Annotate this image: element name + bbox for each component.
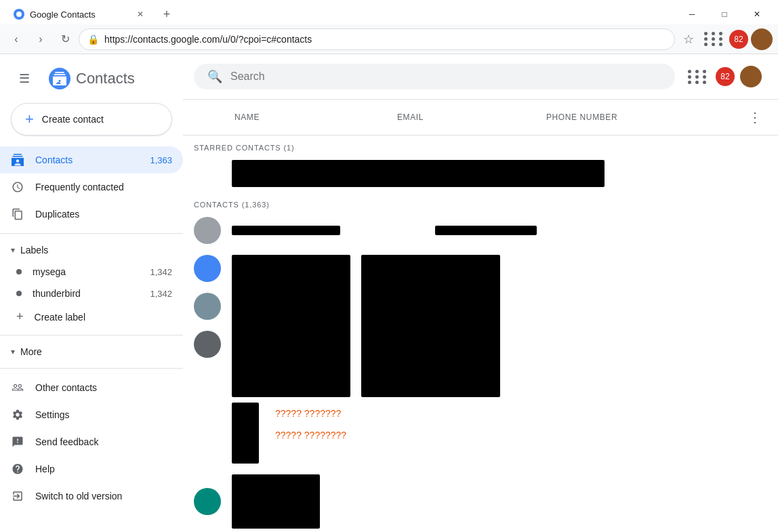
url-bar[interactable]: 🔒 https://contacts.google.com/u/0/?cpoi=… (79, 28, 675, 50)
window-controls: ─ □ ✕ (676, 4, 773, 24)
maximize-button[interactable]: □ (709, 4, 740, 24)
main-header: 🔍 82 (183, 54, 778, 100)
apps-grid-icon (704, 32, 724, 46)
sidebar: ☰ Contacts + Create contact Contacts 1,3… (0, 54, 183, 532)
question-text-column: ????? ??????? ????? ???????? (275, 403, 346, 441)
starred-contact-row[interactable] (183, 155, 778, 192)
redacted-block-right (361, 255, 500, 397)
search-icon: 🔍 (207, 69, 222, 84)
create-label-button[interactable]: + Create label (0, 304, 183, 329)
url-text: https://contacts.google.com/u/0/?cpoi=c#… (104, 34, 666, 45)
other-contacts-icon (11, 381, 24, 394)
divider-3 (0, 368, 183, 369)
forward-button[interactable]: › (30, 28, 52, 50)
label-mysega-name: mysega (33, 266, 66, 277)
create-label-plus-icon: + (16, 310, 24, 324)
redacted-block-left (232, 255, 350, 397)
help-label: Help (35, 464, 55, 474)
frequently-contacted-label: Frequently contacted (35, 182, 124, 192)
divider-2 (0, 335, 183, 335)
duplicates-label: Duplicates (35, 209, 79, 220)
question-text-1: ????? ??????? (275, 408, 341, 419)
nav-actions: ☆ 82 (678, 27, 773, 52)
tab-favicon (14, 9, 24, 20)
label-mysega-count: 1,342 (150, 267, 172, 277)
contact-avatar-2 (194, 255, 221, 282)
label-item-thunderbird[interactable]: thunderbird 1,342 (0, 283, 183, 304)
hamburger-menu-button[interactable]: ☰ (11, 65, 38, 92)
label-dot-icon-2 (16, 291, 22, 296)
starred-contact-info (232, 160, 767, 187)
settings-label: Settings (35, 409, 70, 420)
security-icon: 🔒 (87, 34, 99, 45)
contact-row-1[interactable] (183, 211, 778, 249)
profile-avatar[interactable] (751, 28, 773, 50)
other-contacts-label: Other contacts (35, 382, 97, 393)
divider-1 (0, 233, 183, 234)
contact-name-5 (232, 474, 435, 529)
labels-chevron-icon: ▾ (11, 245, 15, 255)
sidebar-item-frequently-contacted[interactable]: Frequently contacted (0, 173, 183, 201)
app-layout: ☰ Contacts + Create contact Contacts 1,3… (0, 54, 778, 532)
redacted-blocks-row (232, 255, 500, 397)
labels-section-title: Labels (20, 245, 48, 255)
send-feedback-label: Send feedback (35, 436, 98, 447)
google-apps-button[interactable] (702, 27, 726, 52)
question-text-2: ????? ???????? (275, 430, 346, 441)
contact-row-4[interactable] (194, 331, 221, 358)
starred-section-label: STARRED CONTACTS (1) (183, 136, 778, 155)
contact-block-group (183, 249, 778, 397)
apps-grid-button[interactable] (686, 64, 710, 89)
avatars-column (194, 249, 221, 358)
labels-section-header[interactable]: ▾ Labels (0, 239, 183, 261)
label-thunderbird-name: thunderbird (33, 288, 81, 299)
contact-row-3[interactable] (194, 293, 221, 320)
sidebar-item-help[interactable]: Help (0, 455, 183, 483)
plus-icon: + (25, 110, 34, 128)
create-contact-button[interactable]: + Create contact (11, 103, 172, 136)
search-input[interactable] (230, 70, 661, 83)
sidebar-item-send-feedback[interactable]: Send feedback (0, 428, 183, 455)
frequently-contacted-icon (11, 180, 24, 194)
minimize-button[interactable]: ─ (676, 4, 708, 24)
browser-tab[interactable]: Google Contacts ✕ (5, 4, 155, 24)
notification-count-badge[interactable]: 82 (716, 67, 735, 86)
sidebar-item-contacts[interactable]: Contacts 1,363 (0, 146, 183, 173)
send-feedback-icon (11, 435, 24, 449)
notification-badge[interactable]: 82 (729, 30, 748, 49)
bookmark-icon[interactable]: ☆ (678, 28, 699, 50)
contact-avatar-4 (194, 331, 221, 358)
contact-name-1 (232, 226, 435, 235)
back-button[interactable]: ‹ (5, 28, 27, 50)
sidebar-item-switch-old-version[interactable]: Switch to old version (0, 483, 183, 510)
search-container: 🔍 (183, 58, 686, 95)
contact-row-2[interactable] (194, 255, 221, 282)
contacts-logo-svg (53, 72, 66, 85)
nav-bar: ‹ › ↻ 🔒 https://contacts.google.com/u/0/… (0, 24, 778, 54)
sidebar-item-settings[interactable]: Settings (0, 401, 183, 428)
contact-info-5 (232, 474, 767, 529)
contact-row-5[interactable] (183, 469, 778, 532)
sidebar-item-duplicates[interactable]: Duplicates (0, 201, 183, 228)
switch-old-version-label: Switch to old version (35, 491, 122, 502)
user-profile-avatar[interactable] (740, 66, 762, 87)
more-section-header[interactable]: ▾ More (0, 341, 183, 363)
starred-avatar-placeholder (194, 160, 221, 187)
contacts-badge: 1,363 (150, 155, 172, 165)
header-right-actions: 82 (686, 64, 767, 89)
help-icon (11, 462, 24, 476)
more-chevron-icon: ▾ (11, 347, 15, 356)
question-row-2: ????? ???????? (275, 430, 346, 441)
more-options-button[interactable]: ⋮ (743, 105, 767, 129)
settings-icon (11, 408, 24, 422)
tab-close-button[interactable]: ✕ (134, 8, 146, 20)
close-button[interactable]: ✕ (741, 4, 773, 24)
label-thunderbird-count: 1,342 (150, 289, 172, 299)
sidebar-item-other-contacts[interactable]: Other contacts (0, 374, 183, 401)
reload-button[interactable]: ↻ (54, 28, 76, 50)
contacts-list: STARRED CONTACTS (1) CONTACTS (1,363) (183, 136, 778, 532)
contact-email-redacted-1 (435, 226, 537, 235)
label-item-mysega[interactable]: mysega 1,342 (0, 261, 183, 283)
contacts-icon (11, 153, 24, 167)
new-tab-button[interactable]: + (157, 5, 176, 24)
